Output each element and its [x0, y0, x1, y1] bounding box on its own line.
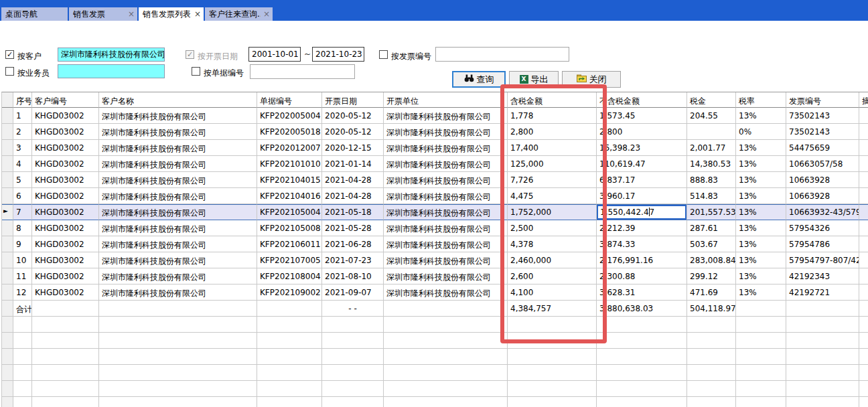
cell-seq[interactable]: 10	[13, 252, 32, 268]
cell-tax[interactable]	[687, 124, 736, 140]
cell-customer_name[interactable]: 深圳市隆利科技股份有限公司	[99, 236, 257, 252]
cell-invoice_date[interactable]: 2021-05-18	[322, 204, 384, 220]
cell-customer_name[interactable]: 深圳市隆利科技股份有限公司	[99, 220, 257, 236]
cell-amount_ex_tax[interactable]: 2,300.88	[597, 268, 687, 284]
checkbox-by-doc-no[interactable]	[192, 67, 200, 76]
cell-amount_inc_tax[interactable]: 1,752,000	[508, 204, 597, 220]
cell-doc_no[interactable]: KFP202105004	[257, 204, 322, 220]
cell-amount_ex_tax[interactable]: 2,212.39	[597, 220, 687, 236]
cell-doc_no[interactable]: KFP202101010	[257, 156, 322, 172]
table-row[interactable]: 11KHGD03002深圳市隆利科技股份有限公司KFP2021080042021…	[2, 268, 868, 284]
cell-doc_no[interactable]: KFP202005018	[257, 124, 322, 140]
cell-seq[interactable]: 6	[13, 188, 32, 204]
date-from-input[interactable]	[248, 47, 301, 62]
close-icon[interactable]: ×	[125, 10, 135, 18]
checkbox-by-invoice-no[interactable]	[379, 50, 388, 59]
cell-invoice_date[interactable]: 2021-05-28	[322, 220, 384, 236]
cell-note[interactable]	[859, 188, 868, 204]
checkbox-by-invoice-date[interactable]: ✓	[186, 50, 194, 59]
cell-note[interactable]	[859, 220, 868, 236]
column-header-invoice_date[interactable]: 开票日期	[322, 92, 384, 108]
cell-invoice_no[interactable]: 57954326	[786, 220, 859, 236]
cell-tax[interactable]: 471.69	[687, 284, 736, 301]
cell-invoice_unit[interactable]: 深圳市隆利科技股份有限公司	[384, 172, 508, 188]
cell-amount_ex_tax[interactable]: 1,573.45	[597, 108, 687, 124]
cell-seq[interactable]: 5	[13, 172, 32, 188]
cell-invoice_unit[interactable]: 深圳市隆利科技股份有限公司	[384, 236, 508, 252]
cell-tax_rate[interactable]: 13%	[736, 268, 786, 284]
column-header-customer_code[interactable]: 客户编号	[32, 92, 99, 108]
cell-customer_code[interactable]: KHGD03002	[32, 140, 99, 156]
cell-invoice_no[interactable]: 57954786	[786, 236, 859, 252]
cell-invoice_date[interactable]: 2020-05-12	[322, 108, 384, 124]
cell-amount_ex_tax[interactable]: 3,960.17	[597, 188, 687, 204]
cell-seq[interactable]: 4	[13, 156, 32, 172]
cell-customer_code[interactable]: KHGD03002	[32, 172, 99, 188]
customer-filter-input[interactable]	[58, 48, 165, 62]
close-icon[interactable]: ×	[192, 10, 201, 18]
cell-customer_code[interactable]: KHGD03002	[32, 108, 99, 124]
table-row[interactable]: 2KHGD03002深圳市隆利科技股份有限公司KFP2020050182020-…	[2, 124, 868, 140]
cell-tax[interactable]: 14,380.53	[687, 156, 736, 172]
tab-sales-invoice[interactable]: 销售发票 ×	[69, 7, 137, 21]
table-row[interactable]: 4KHGD03002深圳市隆利科技股份有限公司KFP2021010102021-…	[2, 156, 868, 172]
column-header-tax[interactable]: 税金	[687, 92, 736, 108]
cell-invoice_date[interactable]: 2021-06-28	[322, 236, 384, 252]
cell-customer_name[interactable]: 深圳市隆利科技股份有限公司	[99, 284, 257, 301]
column-header-tax_rate[interactable]: 税率	[736, 92, 786, 108]
cell-tax_rate[interactable]: 13%	[736, 284, 786, 301]
cell-customer_code[interactable]: KHGD03002	[32, 204, 99, 220]
cell-customer_name[interactable]: 深圳市隆利科技股份有限公司	[99, 252, 257, 268]
cell-amount_ex_tax[interactable]: 1,550,442.47	[597, 204, 687, 220]
cell-seq[interactable]: 12	[13, 284, 32, 301]
cell-tax_rate[interactable]: 13%	[736, 172, 786, 188]
close-icon[interactable]: ×	[261, 10, 270, 18]
cell-invoice_no[interactable]: 10663057/58	[786, 156, 859, 172]
cell-invoice_date[interactable]: 2021-04-28	[322, 172, 384, 188]
cell-amount_inc_tax[interactable]: 2,600	[508, 268, 597, 284]
cell-tax[interactable]: 201,557.53	[687, 204, 736, 220]
close-button[interactable]: 关闭	[562, 71, 621, 88]
column-header-customer_name[interactable]: 客户名称	[99, 92, 257, 108]
cell-amount_inc_tax[interactable]: 2,500	[508, 220, 597, 236]
cell-invoice_unit[interactable]: 深圳市隆利科技股份有限公司	[384, 252, 508, 268]
cell-invoice_unit[interactable]: 深圳市隆利科技股份有限公司	[384, 220, 508, 236]
cell-invoice_date[interactable]: 2020-05-12	[322, 124, 384, 140]
cell-customer_name[interactable]: 深圳市隆利科技股份有限公司	[99, 268, 257, 284]
row-selector[interactable]	[2, 156, 13, 172]
cell-amount_ex_tax[interactable]: 15,398.23	[597, 140, 687, 156]
cell-tax_rate[interactable]: 13%	[736, 220, 786, 236]
cell-invoice_no[interactable]: 10663928	[786, 188, 859, 204]
cell-invoice_no[interactable]: 73502143	[786, 124, 859, 140]
cell-note[interactable]	[859, 252, 868, 268]
cell-customer_code[interactable]: KHGD03002	[32, 268, 99, 284]
date-to-input[interactable]	[312, 47, 364, 62]
row-selector[interactable]: ►	[2, 204, 13, 220]
cell-customer_code[interactable]: KHGD03002	[32, 188, 99, 204]
cell-amount_inc_tax[interactable]: 4,100	[508, 284, 597, 301]
column-header-doc_no[interactable]: 单据编号	[257, 92, 322, 108]
cell-amount_ex_tax[interactable]: 110,619.47	[597, 156, 687, 172]
cell-customer_code[interactable]: KHGD03002	[32, 236, 99, 252]
export-button[interactable]: X 导出	[509, 71, 559, 88]
cell-amount_ex_tax[interactable]: 3,874.33	[597, 236, 687, 252]
cell-inline-editor[interactable]: 1,550,442.47	[597, 205, 686, 220]
cell-tax[interactable]: 888.83	[687, 172, 736, 188]
cell-amount_inc_tax[interactable]: 17,400	[508, 140, 597, 156]
column-header-invoice_unit[interactable]: 开票单位	[384, 92, 508, 108]
row-selector[interactable]	[2, 252, 13, 268]
cell-amount_inc_tax[interactable]: 2,800	[508, 124, 597, 140]
cell-tax_rate[interactable]: 13%	[736, 236, 786, 252]
cell-tax_rate[interactable]: 13%	[736, 252, 786, 268]
cell-invoice_no[interactable]: 54475659	[786, 140, 859, 156]
cell-note[interactable]	[859, 124, 868, 140]
cell-invoice_unit[interactable]: 深圳市隆利科技股份有限公司	[384, 140, 508, 156]
cell-doc_no[interactable]: KFP202107005	[257, 252, 322, 268]
table-row[interactable]: 3KHGD03002深圳市隆利科技股份有限公司KFP2020120072020-…	[2, 140, 868, 156]
doc-no-filter-input[interactable]	[250, 64, 355, 79]
cell-invoice_date[interactable]: 2021-09-07	[322, 284, 384, 301]
cell-tax[interactable]: 514.83	[687, 188, 736, 204]
cell-customer_name[interactable]: 深圳市隆利科技股份有限公司	[99, 204, 257, 220]
checkbox-by-salesperson[interactable]	[5, 67, 14, 76]
cell-invoice_date[interactable]: 2021-07-23	[322, 252, 384, 268]
